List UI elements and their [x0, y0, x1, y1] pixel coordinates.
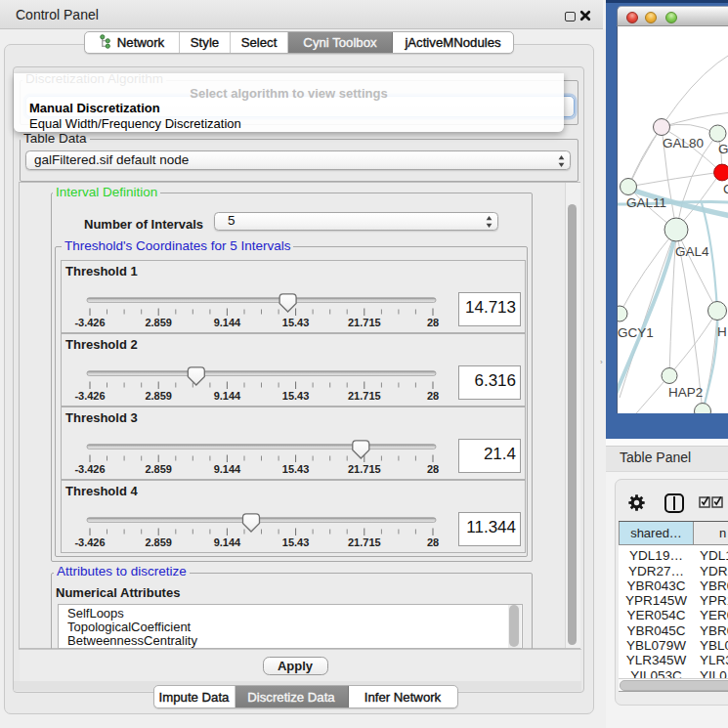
svg-text:-3.426: -3.426	[74, 390, 105, 402]
svg-text:28: 28	[427, 536, 439, 548]
svg-text:GAL4: GAL4	[675, 244, 709, 259]
svg-text:15.43: 15.43	[282, 463, 310, 475]
svg-text:2.859: 2.859	[145, 317, 172, 328]
svg-text:H: H	[717, 324, 727, 339]
svg-text:21.715: 21.715	[348, 317, 381, 328]
svg-text:15.43: 15.43	[282, 390, 310, 402]
svg-text:-3.426: -3.426	[74, 317, 105, 328]
svg-text:-3.426: -3.426	[74, 536, 105, 548]
svg-text:15.43: 15.43	[282, 536, 310, 548]
svg-text:-3.426: -3.426	[74, 463, 105, 475]
svg-text:HAP2: HAP2	[668, 385, 703, 400]
svg-text:9.144: 9.144	[214, 317, 241, 328]
svg-text:21.715: 21.715	[348, 390, 381, 402]
svg-text:C: C	[723, 182, 728, 196]
svg-text:2.859: 2.859	[145, 536, 172, 548]
svg-text:2.859: 2.859	[145, 390, 172, 402]
svg-text:GAL: GAL	[718, 142, 728, 156]
svg-text:2.859: 2.859	[145, 463, 172, 475]
svg-text:9.144: 9.144	[214, 536, 241, 548]
svg-text:GAL80: GAL80	[663, 136, 704, 150]
svg-text:21.715: 21.715	[348, 536, 381, 548]
svg-text:9.144: 9.144	[214, 390, 241, 402]
svg-text:GAL11: GAL11	[626, 195, 666, 210]
svg-text:21.715: 21.715	[348, 463, 381, 475]
svg-text:GCY1: GCY1	[618, 325, 654, 340]
svg-text:9.144: 9.144	[214, 463, 241, 475]
svg-text:15.43: 15.43	[282, 317, 310, 328]
svg-text:28: 28	[427, 463, 439, 475]
svg-text:28: 28	[427, 390, 439, 402]
svg-text:28: 28	[427, 317, 439, 328]
